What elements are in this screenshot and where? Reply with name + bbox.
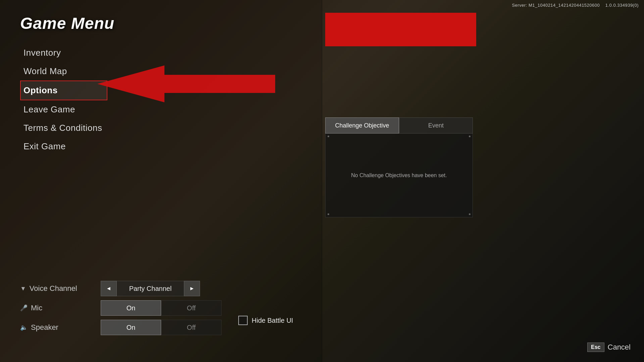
tab-event[interactable]: Event — [399, 117, 473, 134]
mic-off-button[interactable]: Off — [161, 300, 221, 316]
speaker-off-button[interactable]: Off — [161, 320, 221, 335]
menu-item-terms[interactable]: Terms & Conditions — [20, 119, 107, 137]
menu-nav: Inventory World Map Options Leave Game T… — [20, 44, 107, 156]
voice-channel-prev-button[interactable]: ◄ — [101, 281, 117, 296]
speaker-row: 🔈 Speaker On Off — [20, 320, 221, 335]
esc-key[interactable]: Esc — [587, 343, 604, 352]
menu-item-options[interactable]: Options — [20, 81, 107, 100]
corner-dot-br — [469, 213, 470, 215]
cancel-label: Cancel — [608, 343, 631, 352]
hide-battle-ui-row[interactable]: Hide Battle UI — [238, 316, 293, 325]
content-layer: Server: M1_1040214_1421420441520600 1.0.… — [0, 0, 644, 362]
mic-label: 🎤 Mic — [20, 304, 101, 312]
menu-item-world-map[interactable]: World Map — [20, 62, 107, 81]
menu-item-leave-game[interactable]: Leave Game — [20, 100, 107, 119]
mic-row: 🎤 Mic On Off — [20, 300, 221, 316]
menu-item-exit-game[interactable]: Exit Game — [20, 137, 107, 156]
speaker-on-button[interactable]: On — [101, 320, 161, 335]
red-arrow-annotation — [97, 65, 275, 102]
server-info: Server: M1_1040214_1421420441520600 1.0.… — [512, 3, 639, 8]
mic-on-button[interactable]: On — [101, 300, 161, 316]
corner-dot-tl — [328, 136, 329, 137]
hide-battle-ui-checkbox[interactable] — [238, 316, 248, 325]
challenge-empty-message: No Challenge Objectives have been set. — [351, 172, 447, 178]
speaker-label: 🔈 Speaker — [20, 323, 101, 332]
filter-icon: ▼ — [20, 285, 26, 292]
speaker-toggle-group: On Off — [101, 320, 221, 335]
corner-dot-bl — [328, 213, 329, 215]
voice-channel-control: ◄ Party Channel ► — [101, 281, 200, 296]
mic-icon: 🎤 — [20, 304, 28, 312]
voice-channel-value: Party Channel — [117, 281, 184, 296]
server-version: 1.0.0.334939(0) — [605, 3, 639, 8]
tabs: Challenge Objective Event — [325, 117, 473, 134]
esc-cancel: Esc Cancel — [587, 343, 631, 352]
svg-marker-0 — [97, 65, 275, 102]
game-menu-title: Game Menu — [20, 14, 114, 33]
speaker-icon: 🔈 — [20, 324, 28, 331]
voice-channel-label: ▼ Voice Channel — [20, 284, 101, 293]
server-id: Server: M1_1040214_1421420441520600 — [512, 3, 600, 8]
menu-item-inventory[interactable]: Inventory — [20, 44, 107, 62]
corner-dot-tr — [469, 136, 470, 137]
voice-channel-next-button[interactable]: ► — [184, 281, 200, 296]
challenge-body: No Challenge Objectives have been set. — [325, 134, 473, 217]
tab-challenge-objective[interactable]: Challenge Objective — [325, 117, 399, 134]
mic-toggle-group: On Off — [101, 300, 221, 316]
hide-battle-ui-label: Hide Battle UI — [252, 317, 293, 324]
voice-channel-row: ▼ Voice Channel ◄ Party Channel ► — [20, 281, 221, 296]
bottom-controls: ▼ Voice Channel ◄ Party Channel ► 🎤 Mic … — [20, 281, 221, 335]
red-banner — [325, 13, 476, 46]
right-panel: Challenge Objective Event No Challenge O… — [325, 117, 473, 217]
